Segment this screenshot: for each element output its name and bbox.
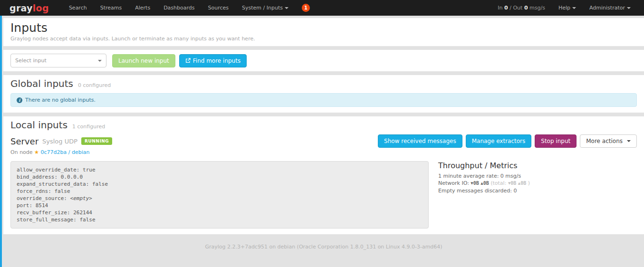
local-inputs-count: 1 configured [72,124,105,130]
network-io-label: Network IO: [438,180,469,186]
left-accent-bar [0,16,2,267]
config-line: recv_buffer_size: 262144 [17,209,423,216]
show-received-messages-button[interactable]: Show received messages [378,134,462,148]
global-inputs-heading: Global inputs 0 configured [10,77,637,90]
caret-down-icon [627,7,631,9]
node-link[interactable]: 0c77d2ba / debian [40,149,89,155]
global-throughput-indicator: In 0 / Out 0 msg/s [491,5,552,11]
on-node-label: On node [10,149,33,155]
empty-messages-line: Empty messages discarded: 0 [438,187,530,194]
nav-item-sources[interactable]: Sources [202,0,236,15]
config-line: expand_structured_data: false [17,181,423,188]
on-node-line: On node ★ 0c77d2ba / debian [10,149,637,155]
find-more-inputs-button[interactable]: Find more inputs [179,54,247,67]
nav-dropdown-system-inputs[interactable]: System / Inputs [235,0,295,15]
config-value: false [54,188,70,194]
nav-item-dashboards[interactable]: Dashboards [157,0,201,15]
no-global-inputs-alert: i There are no global inputs. [10,93,637,107]
network-io-line: Network IO: ▼0B ▲0B (total: ▼0B ▲0B ) [438,180,530,187]
star-icon: ★ [34,149,39,155]
select-input-dropdown[interactable]: Select input [10,54,106,67]
config-value: 8514 [36,202,48,209]
nav-dropdown-user[interactable]: Administrator [583,0,637,15]
input-configuration-well: allow_override_date: true bind_address: … [10,161,429,229]
input-entry-header: Server Syslog UDP RUNNING Show received … [10,134,637,148]
io-total-close: ) [528,180,530,186]
config-key: override_source: [17,195,67,201]
external-link-icon [185,58,191,63]
config-key: port: [17,202,32,209]
config-key: recv_buffer_size: [17,210,70,216]
navbar-right: In 0 / Out 0 msg/s Help Administrator [491,0,637,15]
input-name: Server [10,136,38,146]
throughput-unit: msg/s [529,5,545,11]
avg-rate-line: 1 minute average rate: 0 msg/s [438,172,530,180]
config-key: allow_override_date: [17,167,79,173]
throughput-in-value: 0 [504,5,508,11]
input-type: Syslog UDP [42,138,77,145]
config-key: bind_address: [17,174,58,180]
nav-help-label: Help [558,5,570,11]
local-inputs-card: Local inputs 1 configured Server Syslog … [3,116,644,234]
io-total-up-value: 0B [520,181,526,186]
throughput-out-value: 0 [524,5,528,11]
more-actions-label: More actions [586,138,623,144]
graylog-logo[interactable]: graylog [10,3,49,13]
local-inputs-title: Local inputs [10,119,67,131]
config-line: force_rdns: false [17,188,423,195]
nav-dropdown-help[interactable]: Help [552,0,583,15]
config-key: force_rdns: [17,188,51,194]
top-navbar: graylog Search Streams Alerts Dashboards… [0,0,644,16]
config-value: 0.0.0.0 [61,174,83,180]
throughput-metrics-title: Throughput / Metrics [438,161,530,171]
config-line: bind_address: 0.0.0.0 [17,173,423,181]
config-value: <empty> [70,195,92,201]
page-content: Inputs Graylog nodes accept data via inp… [0,16,644,250]
config-key: expand_structured_data: [17,181,89,187]
io-up-value: 0B [483,181,489,186]
io-down-value: 0B [473,181,479,186]
manage-extractors-button[interactable]: Manage extractors [466,134,532,148]
throughput-in-label: In [498,5,502,11]
launch-input-card: Select input Launch new input Find more … [3,50,644,71]
stop-input-button[interactable]: Stop input [535,134,577,148]
caret-down-icon [98,60,102,62]
config-value: true [83,167,96,173]
io-total-label: (total: [490,180,506,186]
nav-item-alerts[interactable]: Alerts [128,0,157,15]
network-io-total: (total: ▼0B ▲0B ) [490,180,530,186]
page-description: Graylog nodes accept data via inputs. La… [10,36,637,42]
notification-badge[interactable]: 1 [302,4,310,12]
status-badge: RUNNING [81,137,112,145]
brand-text-gray: gray [10,3,33,13]
config-line: override_source: <empty> [17,195,423,202]
launch-new-input-button[interactable]: Launch new input [112,54,175,67]
nav-item-streams[interactable]: Streams [94,0,129,15]
global-inputs-count: 0 configured [78,82,111,88]
nav-user-label: Administrator [589,5,625,11]
config-key: store_full_message: [17,217,77,223]
config-line: port: 8514 [17,202,423,209]
config-line: allow_override_date: true [17,166,423,173]
caret-down-icon [285,7,288,9]
page-header-card: Inputs Graylog nodes accept data via inp… [3,18,644,46]
input-details-row: allow_override_date: true bind_address: … [10,161,637,229]
input-action-buttons: Show received messages Manage extractors… [378,134,637,148]
config-value: 262144 [73,210,92,216]
nav-item-search[interactable]: Search [62,0,94,15]
find-more-inputs-label: Find more inputs [193,57,240,64]
config-value: false [92,181,108,187]
select-input-placeholder: Select input [15,57,47,64]
global-inputs-title: Global inputs [10,77,73,90]
brand-text-log: log [33,3,49,13]
config-value: false [79,217,95,223]
throughput-out-label: / Out [509,5,522,11]
local-inputs-heading: Local inputs 1 configured [10,119,637,131]
info-icon: i [17,97,22,103]
nav-dropdown-system-inputs-label: System / Inputs [242,5,283,11]
throughput-metrics-panel: Throughput / Metrics 1 minute average ra… [438,161,530,229]
more-actions-button[interactable]: More actions [580,134,637,148]
config-line: store_full_message: false [17,216,423,223]
io-total-down-value: 0B [510,181,516,186]
global-inputs-card: Global inputs 0 configured i There are n… [3,75,644,113]
